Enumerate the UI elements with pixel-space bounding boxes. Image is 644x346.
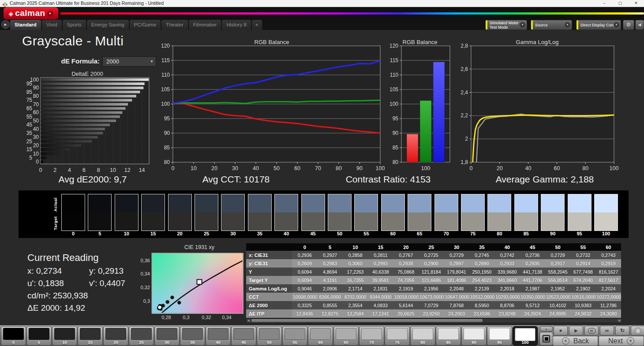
play-button[interactable]: ▶ <box>569 326 583 335</box>
actual-color <box>248 194 271 212</box>
pattern-button-30[interactable]: 30 <box>154 326 180 346</box>
panel-toggle-button[interactable]: ▶ <box>1 20 10 29</box>
svg-text:40: 40 <box>253 165 259 171</box>
pattern-button-15[interactable]: 15 <box>78 326 103 346</box>
record-button[interactable] <box>631 326 644 335</box>
tab-standard[interactable]: Standard <box>10 20 41 30</box>
svg-text:105: 105 <box>389 86 398 93</box>
svg-text:120: 120 <box>389 43 398 49</box>
svg-text:65: 65 <box>26 105 33 112</box>
tab-theater[interactable]: Theater <box>161 20 188 30</box>
simulated-meter-dropdown[interactable]: Simulated MeterTest Mode▼ <box>485 20 527 30</box>
de-formula-select[interactable]: 2000 ▼ <box>102 56 156 67</box>
calman-logo[interactable]: ◈ calman ▾ <box>4 7 58 19</box>
pattern-window-button[interactable] <box>539 332 553 346</box>
table-cell: 2,2048 <box>444 284 469 293</box>
svg-text:80: 80 <box>582 165 588 171</box>
svg-text:95: 95 <box>393 115 399 122</box>
scroll-right-arrow[interactable]: ► <box>618 319 622 323</box>
table-scrollbar[interactable]: ◄ ► <box>246 318 622 323</box>
table-cell: 0,2729 <box>444 251 469 259</box>
actual-color <box>168 194 191 212</box>
pattern-button-75[interactable]: 75 <box>385 326 410 346</box>
table-cell: 556,8514 <box>545 276 570 284</box>
svg-text:110: 110 <box>161 72 170 78</box>
pattern-swatch <box>105 328 126 340</box>
pattern-button-85[interactable]: 85 <box>436 326 461 346</box>
pattern-button-95[interactable]: 95 <box>487 326 512 346</box>
table-cell: 0,2993 <box>368 259 393 268</box>
pattern-button-0[interactable]: 0 <box>1 326 26 346</box>
loop-button[interactable]: ↻ <box>615 326 629 335</box>
row-label: ΔE ITP <box>246 309 292 318</box>
pattern-button-80[interactable]: 80 <box>410 326 435 346</box>
stop-button[interactable]: ■ <box>554 326 568 335</box>
minimize-button[interactable]: – <box>598 0 610 7</box>
pattern-swatch <box>182 328 203 340</box>
pattern-button-20[interactable]: 20 <box>103 326 128 346</box>
table-cell: 121,8184 <box>419 268 444 276</box>
continuous-button[interactable]: ∞ <box>600 326 614 335</box>
pattern-button-40[interactable]: 40 <box>206 326 231 346</box>
swatch-level-label: 30 <box>221 231 245 236</box>
h-pattern-button[interactable]: H <box>584 326 599 335</box>
pattern-level-label: 90 <box>462 340 486 345</box>
pattern-button-65[interactable]: 65 <box>333 326 359 346</box>
tab-pc-game[interactable]: PC/Game <box>130 20 161 30</box>
pattern-button-90[interactable]: 90 <box>461 326 487 346</box>
maximize-button[interactable]: ▢ <box>614 0 626 7</box>
svg-text:120: 120 <box>161 43 170 49</box>
direct-display-control-dropdown[interactable]: Direct Display Control▼ <box>576 20 621 30</box>
pattern-button-70[interactable]: 70 <box>359 326 384 346</box>
table-row: Target Y0,60944,119116,735539,958174,705… <box>246 276 621 284</box>
table-column-header: 15 <box>368 243 393 251</box>
table-cell: 0,2983 <box>317 259 342 268</box>
svg-text:2: 2 <box>53 167 56 173</box>
svg-text:100: 100 <box>161 101 170 107</box>
pattern-button-100[interactable]: 100 <box>513 326 538 346</box>
source-dropdown[interactable]: Source▼ <box>531 20 572 30</box>
svg-text:30: 30 <box>33 134 39 140</box>
pattern-level-label: 70 <box>359 340 384 345</box>
tab-history-8[interactable]: History 8 <box>222 20 251 30</box>
pattern-button-60[interactable]: 60 <box>308 326 333 346</box>
svg-text:60: 60 <box>294 165 300 171</box>
tab-sports[interactable]: Sports <box>63 20 86 30</box>
pattern-options-up-button[interactable]: ▲ <box>540 326 553 331</box>
calman-logo-text: calman <box>15 8 45 18</box>
svg-text:2,6: 2,6 <box>461 66 468 72</box>
row-label: x: CIE31 <box>246 251 292 259</box>
pattern-button-35[interactable]: 35 <box>180 326 205 346</box>
swatch-level-label: 35 <box>248 231 272 236</box>
pattern-swatch <box>310 328 331 340</box>
close-button[interactable]: ✕ <box>630 0 642 7</box>
pattern-button-10[interactable]: 10 <box>52 326 77 346</box>
pattern-level-label: 65 <box>334 340 358 345</box>
back-button[interactable]: « Back <box>553 336 598 346</box>
svg-text:40: 40 <box>525 165 532 171</box>
pattern-button-25[interactable]: 25 <box>129 326 154 346</box>
table-cell: 8366,0000 <box>317 293 342 301</box>
pattern-level-label: 75 <box>385 340 409 345</box>
pattern-button-5[interactable]: 5 <box>26 326 52 346</box>
table-cell: 0,3060 <box>343 259 368 268</box>
tab-filmmaker[interactable]: Filmmaker <box>189 20 222 30</box>
pattern-button-45[interactable]: 45 <box>231 326 256 346</box>
logo-menu-caret-icon[interactable]: ▾ <box>47 11 53 17</box>
pattern-button-55[interactable]: 55 <box>282 326 307 346</box>
tab-energy-saving[interactable]: Energy Saving <box>87 20 129 30</box>
actual-color <box>221 194 244 212</box>
settings-gear-button[interactable]: ⚙ <box>623 20 634 30</box>
app-icon <box>3 1 7 6</box>
add-tab-button[interactable]: + <box>252 20 262 30</box>
scrollbar-thumb[interactable] <box>251 319 483 322</box>
pattern-button-50[interactable]: 50 <box>257 326 282 346</box>
next-button[interactable]: Next » <box>599 336 644 346</box>
reading-de2000: ΔE 2000: 14,92 <box>27 303 85 313</box>
tab-vivid[interactable]: Vivid <box>42 20 62 30</box>
svg-text:0: 0 <box>36 159 39 165</box>
scroll-left-arrow[interactable]: ◄ <box>247 319 251 323</box>
collapse-toolbar-button[interactable]: ◀ <box>635 20 644 30</box>
actual-label: Actual <box>53 194 58 212</box>
row-label: Y <box>246 268 292 276</box>
